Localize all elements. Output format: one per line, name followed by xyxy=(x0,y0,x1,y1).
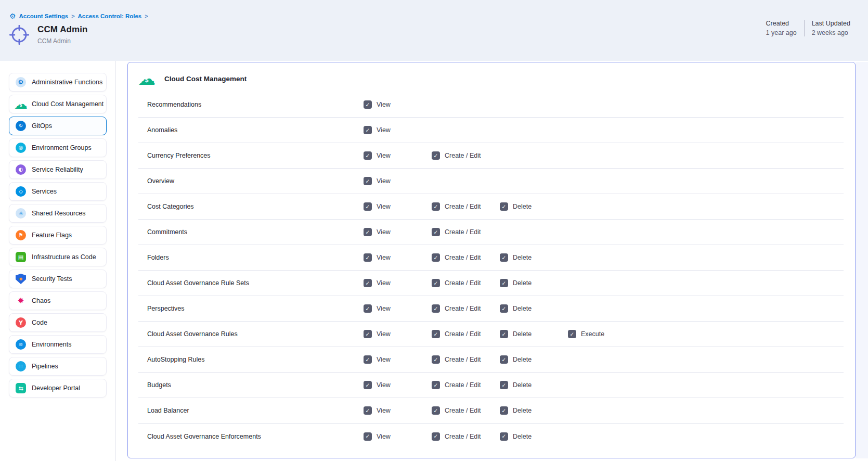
sidebar-item-shared-resources[interactable]: ✳ Shared Resources xyxy=(9,204,107,223)
sidebar-item-label: Cloud Cost Management xyxy=(32,100,103,108)
checkbox-checked[interactable] xyxy=(432,432,440,441)
checkbox-checked[interactable] xyxy=(364,406,372,415)
permission-cell-delete: Delete xyxy=(500,381,568,389)
sidebar-item-environment-groups[interactable]: ◎ Environment Groups xyxy=(9,138,107,157)
gitops-icon: ↻ xyxy=(16,121,26,131)
permission-row: Anomalies View xyxy=(138,118,844,143)
checkbox-checked[interactable] xyxy=(432,253,440,262)
checkbox-checked[interactable] xyxy=(500,253,508,262)
checkbox-checked[interactable] xyxy=(432,381,440,389)
sidebar-item-developer-portal[interactable]: ⇆ Developer Portal xyxy=(9,379,107,398)
checkbox-checked[interactable] xyxy=(364,355,372,364)
permission-cell-create: Create / Edit xyxy=(432,304,500,313)
checkbox-checked[interactable] xyxy=(364,381,372,389)
permission-cell-view: View xyxy=(364,228,432,236)
permission-cell-execute: Execute xyxy=(568,330,636,338)
permission-row: Recommendations View xyxy=(138,92,844,118)
permission-cell-delete: Delete xyxy=(500,304,568,313)
sidebar-item-pipelines[interactable]: ∷ Pipelines xyxy=(9,357,107,376)
checkbox-checked[interactable] xyxy=(364,177,372,185)
sidebar-item-infrastructure-as-code[interactable]: ▤ Infrastructure as Code xyxy=(9,248,107,266)
scrollbar-track[interactable] xyxy=(856,62,868,458)
permission-row: Cloud Asset Governance Rule Sets View Cr… xyxy=(138,271,844,296)
sidebar-item-label: Service Reliability xyxy=(32,166,83,173)
checkbox-checked[interactable] xyxy=(364,202,372,211)
permission-cell-delete: Delete xyxy=(500,432,568,441)
permission-row: Cost Categories View Create / Edit Delet… xyxy=(138,194,844,220)
permission-cell-delete: Delete xyxy=(500,330,568,338)
resource-label: Folders xyxy=(138,254,364,261)
breadcrumb-link-account-settings[interactable]: Account Settings xyxy=(19,13,69,19)
sidebar-item-feature-flags[interactable]: ⚑ Feature Flags xyxy=(9,226,107,245)
permission-label: Delete xyxy=(513,279,532,287)
checkbox-checked[interactable] xyxy=(364,100,372,109)
checkbox-checked[interactable] xyxy=(364,279,372,287)
permission-label: Create / Edit xyxy=(445,203,481,210)
gear-icon[interactable]: ⚙ xyxy=(9,12,16,20)
sidebar-item-gitops[interactable]: ↻ GitOps xyxy=(9,117,107,135)
permission-cell-create: Create / Edit xyxy=(432,381,500,389)
checkbox-checked[interactable] xyxy=(432,279,440,287)
created-value: 1 year ago xyxy=(766,29,797,36)
sidebar-item-environments[interactable]: ≋ Environments xyxy=(9,335,107,354)
checkbox-checked[interactable] xyxy=(364,126,372,134)
checkbox-checked[interactable] xyxy=(500,355,508,364)
permission-label: View xyxy=(377,356,391,363)
permission-label: Delete xyxy=(513,305,532,312)
permission-label: Create / Edit xyxy=(445,305,481,312)
permission-label: Delete xyxy=(513,433,532,440)
sidebar-item-security-tests[interactable]: ● Security Tests xyxy=(9,270,107,288)
sidebar-item-label: Feature Flags xyxy=(32,232,72,239)
sidebar-item-cloud-cost-management[interactable]: ☁$ Cloud Cost Management xyxy=(9,95,107,113)
permission-label: Create / Edit xyxy=(445,279,481,287)
last-updated-value: 2 weeks ago xyxy=(812,29,850,36)
checkbox-checked[interactable] xyxy=(432,151,440,160)
sidebar-item-code[interactable]: Y Code xyxy=(9,313,107,332)
sidebar-item-chaos[interactable]: ✸ Chaos xyxy=(9,291,107,310)
sidebar-item-administrative-functions[interactable]: ⚙ Administrative Functions xyxy=(9,73,107,92)
checkbox-checked[interactable] xyxy=(500,381,508,389)
permission-label: Delete xyxy=(513,330,532,338)
checkbox-checked[interactable] xyxy=(432,304,440,313)
gear-icon: ⚙ xyxy=(16,77,26,87)
permission-label: View xyxy=(377,203,391,210)
checkbox-checked[interactable] xyxy=(500,279,508,287)
checkbox-checked[interactable] xyxy=(432,330,440,338)
checkbox-checked[interactable] xyxy=(568,330,576,338)
resource-label: Anomalies xyxy=(138,126,364,134)
sidebar-item-label: GitOps xyxy=(32,122,52,130)
checkbox-checked[interactable] xyxy=(500,330,508,338)
checkbox-checked[interactable] xyxy=(432,202,440,211)
checkbox-checked[interactable] xyxy=(500,304,508,313)
checkbox-checked[interactable] xyxy=(500,432,508,441)
checkbox-checked[interactable] xyxy=(364,228,372,236)
checkbox-checked[interactable] xyxy=(432,406,440,415)
checkbox-checked[interactable] xyxy=(364,330,372,338)
content-body: ⚙ Administrative Functions ☁$ Cloud Cost… xyxy=(0,61,868,461)
checkbox-checked[interactable] xyxy=(500,202,508,211)
permission-label: Create / Edit xyxy=(445,254,481,261)
permission-cell-view: View xyxy=(364,304,432,313)
sidebar-item-label: Administrative Functions xyxy=(32,79,102,86)
permission-cell-create: Create / Edit xyxy=(432,330,500,338)
checkbox-checked[interactable] xyxy=(364,151,372,160)
checkbox-checked[interactable] xyxy=(364,432,372,441)
checkbox-checked[interactable] xyxy=(432,228,440,236)
resource-label: Commitments xyxy=(138,228,364,236)
checkbox-checked[interactable] xyxy=(364,253,372,262)
permission-row: Overview View xyxy=(138,169,844,194)
sidebar-item-label: Developer Portal xyxy=(32,385,80,392)
permission-cell-view: View xyxy=(364,381,432,389)
breadcrumb-link-access-control-roles[interactable]: Access Control: Roles xyxy=(78,13,142,19)
sidebar-item-service-reliability[interactable]: ◐ Service Reliability xyxy=(9,160,107,179)
breadcrumb: ⚙ Account Settings > Access Control: Rol… xyxy=(9,0,850,20)
resource-label: Cloud Asset Governance Rule Sets xyxy=(138,279,364,287)
checkbox-checked[interactable] xyxy=(500,406,508,415)
permission-label: Create / Edit xyxy=(445,356,481,363)
checkbox-checked[interactable] xyxy=(432,355,440,364)
sidebar-item-label: Services xyxy=(32,188,57,195)
checkbox-checked[interactable] xyxy=(364,304,372,313)
resource-label: Cost Categories xyxy=(138,203,364,210)
permission-row: Perspectives View Create / Edit Delete xyxy=(138,296,844,322)
sidebar-item-services[interactable]: ◇ Services xyxy=(9,182,107,201)
